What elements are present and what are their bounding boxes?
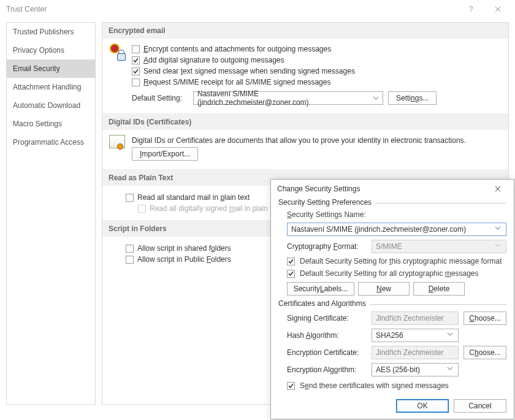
label-crypto-format: Cryptography Format:: [287, 242, 367, 251]
modal-close-button[interactable]: [486, 180, 510, 198]
cancel-button[interactable]: Cancel: [454, 399, 506, 413]
sidebar-item-privacy-options[interactable]: Privacy Options: [7, 41, 95, 59]
label-default-all: Default Security Setting for all cryptog…: [300, 269, 478, 278]
label-enc-cert: Encryption Certificate:: [287, 348, 367, 357]
import-export-button[interactable]: Import/Export...: [132, 147, 198, 161]
sidebar-item-attachment-handling[interactable]: Attachment Handling: [7, 78, 95, 96]
hash-alg-value: SHA256: [376, 331, 403, 340]
checkbox-send-certs[interactable]: [287, 382, 295, 390]
label-enc-alg: Encryption Algorithm:: [287, 365, 367, 374]
label-default-setting: Default Setting:: [132, 94, 188, 102]
help-button[interactable]: ?: [457, 0, 484, 18]
sidebar-item-programmatic-access[interactable]: Programmatic Access: [7, 133, 95, 151]
checkbox-clear-text[interactable]: [132, 67, 140, 75]
label-clear-text: Send clear text signed message when send…: [143, 67, 355, 75]
category-sidebar: Trusted Publishers Privacy Options Email…: [6, 22, 96, 405]
input-signing-cert: Jindřich Zechmeister: [372, 311, 459, 325]
checkbox-default-format[interactable]: [287, 258, 295, 265]
dropdown-enc-alg[interactable]: AES (256-bit): [372, 363, 459, 376]
ok-button[interactable]: OK: [396, 399, 449, 413]
label-hash-alg: Hash Algorithm:: [287, 331, 367, 340]
label-default-format: Default Security Setting for this crypto…: [300, 257, 502, 265]
sidebar-item-trusted-publishers[interactable]: Trusted Publishers: [7, 23, 95, 41]
label-smime-receipt: Request S/MIME receipt for all S/MIME si…: [143, 78, 330, 86]
chevron-down-icon: [495, 225, 503, 234]
label-security-name: Security Settings Name:: [287, 210, 366, 219]
sidebar-item-macro-settings[interactable]: Macro Settings: [7, 115, 95, 133]
checkbox-script-shared[interactable]: [126, 245, 134, 253]
certificate-icon: [109, 135, 125, 148]
sidebar-item-email-security[interactable]: Email Security: [7, 59, 95, 78]
label-send-certs: Send these certificates with signed mess…: [300, 381, 449, 390]
delete-button[interactable]: Delete: [413, 282, 465, 296]
choose-signing-button[interactable]: Choose...: [464, 311, 506, 325]
choose-encryption-button[interactable]: Choose...: [464, 346, 506, 359]
input-security-name[interactable]: Nastavení S/MIME (jindrich.zechmeister@z…: [287, 223, 506, 236]
label-script-public: Allow script in Public Folders: [137, 255, 231, 264]
new-button[interactable]: New: [358, 282, 410, 296]
chevron-down-icon: [372, 94, 380, 102]
checkbox-add-signature[interactable]: [132, 56, 140, 64]
group-encrypted-email: Encrypted email: [102, 23, 508, 39]
security-name-value: Nastavení S/MIME (jindrich.zechmeister@z…: [291, 225, 466, 234]
sidebar-item-automatic-download[interactable]: Automatic Download: [7, 96, 95, 115]
checkbox-smime-receipt[interactable]: [132, 78, 140, 86]
crypto-format-value: S/MIME: [376, 242, 402, 251]
close-button[interactable]: [484, 0, 511, 18]
group-digital-ids: Digital IDs (Certificates): [102, 113, 508, 130]
dropdown-default-setting[interactable]: Nastavení S/MIME (jindrich.zechmeister@z…: [193, 91, 383, 105]
chevron-down-icon: [447, 331, 456, 340]
chevron-down-icon: [495, 242, 503, 251]
label-signing-cert: Signing Certificate:: [287, 314, 367, 323]
settings-button[interactable]: Settings...: [388, 91, 437, 105]
window-titlebar: Trust Center ?: [0, 0, 515, 18]
close-icon: [495, 6, 501, 12]
checkbox-encrypt-contents[interactable]: [132, 45, 140, 53]
legend-preferences: Security Setting Preferences: [278, 198, 375, 207]
modal-title: Change Security Settings: [277, 185, 486, 193]
legend-certs: Certificates and Algorithms: [278, 299, 370, 308]
ribbon-lock-icon: [110, 44, 124, 61]
dropdown-crypto-format: S/MIME: [372, 240, 506, 253]
dropdown-default-value: Nastavení S/MIME (jindrich.zechmeister@z…: [197, 90, 369, 107]
label-read-signed-plain: Read all digitally signed mail in plain …: [150, 204, 281, 213]
close-icon: [495, 186, 501, 192]
window-title: Trust Center: [6, 5, 457, 13]
label-script-shared: Allow script in shared folders: [137, 244, 231, 253]
dropdown-hash-alg[interactable]: SHA256: [372, 329, 459, 342]
label-read-plain: Read all standard mail in plain text: [137, 193, 250, 202]
enc-alg-value: AES (256-bit): [376, 365, 420, 374]
label-encrypt-contents: Encrypt contents and attachments for out…: [143, 45, 331, 53]
security-labels-button[interactable]: Security Labels...: [287, 282, 354, 296]
checkbox-read-signed-plain: [138, 205, 146, 213]
chevron-down-icon: [447, 365, 456, 374]
digital-ids-desc: Digital IDs or Certificates are document…: [132, 135, 502, 146]
label-add-signature: Add digital signature to outgoing messag…: [143, 56, 284, 64]
checkbox-script-public[interactable]: [126, 256, 134, 264]
checkbox-read-plain[interactable]: [126, 194, 134, 202]
change-security-settings-dialog: Change Security Settings Security Settin…: [270, 179, 514, 419]
checkbox-default-all[interactable]: [287, 270, 295, 278]
input-enc-cert: Jindřich Zechmeister: [372, 346, 459, 359]
